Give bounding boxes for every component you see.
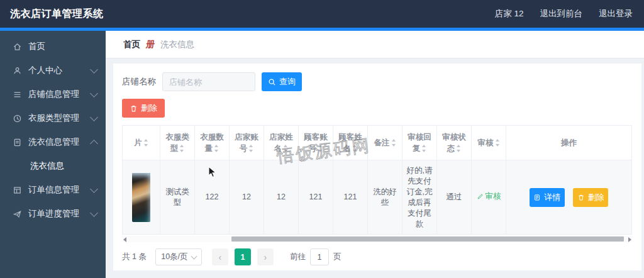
chevron-down-icon [90,185,98,193]
sidebar-item-label: 订单信息管理 [28,184,91,196]
audit-link[interactable]: 审核 [477,191,501,202]
row-delete-button[interactable]: 删除 [573,188,608,207]
top-header-bar: 洗衣店订单管理系统 店家 12 退出到前台 退出登录 [0,0,644,28]
column-header-shop-account[interactable]: 店家账号 [230,126,264,160]
scrollbar-thumb[interactable] [231,236,624,242]
content-card: 店铺名称 查询 删除 [113,64,641,270]
sort-icon[interactable] [318,145,323,152]
pagination: 共 1 条 10条/页 ‹ 1 › 前往 页 [122,248,633,265]
shop-name-input[interactable] [162,72,255,91]
sidebar-item-laundry-info[interactable]: 洗衣信息管理 [0,130,106,154]
chevron-down-icon [191,253,197,259]
page-unit-label: 页 [333,252,341,262]
sidebar-item-shop-info[interactable]: 店铺信息管理 [0,82,106,106]
detail-button[interactable]: 详情 [530,188,565,207]
sidebar-item-order-info[interactable]: 订单信息管理 [0,178,106,202]
cell-review-status: 通过 [437,160,472,235]
sidebar-item-label: 首页 [28,41,97,52]
back-to-front-link[interactable]: 退出到前台 [540,8,583,19]
detail-button-label: 详情 [544,192,560,203]
sort-icon[interactable] [214,145,219,152]
logout-link[interactable]: 退出登录 [599,8,633,19]
laundry-table: 片 衣服类型 衣服数量 店家账号 店家姓名 顾客账号 顾客姓名 备注 审核回复 … [122,125,632,235]
cell-actions: 详情 删除 [506,160,632,235]
pen-icon [477,193,484,200]
column-header-audit[interactable]: 审核 [472,126,506,160]
next-page-button[interactable]: › [257,248,274,265]
table-row: 测试类型 122 12 12 121 121 洗的好些 好的,请先支付订金,完成… [123,160,632,235]
column-header-clothes-type[interactable]: 衣服类型 [160,126,195,160]
clock-icon [13,114,22,123]
column-header-image[interactable]: 片 [123,126,160,160]
breadcrumb-current: 洗衣信息 [160,39,194,50]
clothes-image[interactable] [132,173,150,222]
current-user-label[interactable]: 店家 12 [495,8,524,19]
main-area: 首页 册 洗衣信息 店铺名称 查询 [106,31,644,278]
sidebar-subitem-laundry-info[interactable]: 洗衣信息 [0,154,106,178]
chevron-down-icon [90,113,98,121]
trash-icon [130,104,138,113]
sidebar: 首页 个人中心 店铺信息管理 衣服类型管理 洗 [0,31,106,278]
cell-review-reply: 好的,请先支付订金,完成后再支付尾款 [402,160,437,235]
user-icon [13,66,22,75]
column-header-review-status[interactable]: 审核状态 [437,126,472,160]
breadcrumb: 首页 册 洗衣信息 [106,31,644,58]
goto-page: 前往 页 [290,248,341,265]
sidebar-item-clothes-type[interactable]: 衣服类型管理 [0,106,106,130]
sort-icon[interactable] [143,139,148,147]
cell-shop-account: 12 [230,160,264,235]
cell-customer-name: 121 [333,160,368,235]
prev-page-button[interactable]: ‹ [212,248,228,265]
breadcrumb-home[interactable]: 首页 [123,39,140,50]
sidebar-item-home[interactable]: 首页 [0,35,106,58]
column-header-remark[interactable]: 备注 [368,126,402,160]
column-header-actions: 操作 [506,126,632,160]
chevron-up-icon [90,140,98,148]
sort-icon[interactable] [283,145,288,152]
sidebar-item-label: 衣服类型管理 [28,113,91,124]
cell-image [123,160,160,235]
trash-icon [577,194,585,201]
batch-delete-button[interactable]: 删除 [122,99,165,118]
cell-clothes-type: 测试类型 [160,160,195,235]
batch-delete-label: 删除 [141,103,157,114]
cell-customer-account: 121 [299,160,333,235]
scroll-left-arrow-icon[interactable] [123,237,126,242]
chevron-down-icon [90,89,98,97]
sort-icon[interactable] [421,145,426,152]
sidebar-item-order-progress[interactable]: 订单进度管理 [0,202,106,226]
cell-shop-name: 12 [264,160,299,235]
column-header-customer-account[interactable]: 顾客账号 [299,126,333,160]
sort-icon[interactable] [495,139,500,147]
search-field-label: 店铺名称 [122,76,156,87]
scroll-right-arrow-icon[interactable] [628,237,631,242]
row-delete-label: 删除 [588,192,604,203]
query-button-label: 查询 [279,76,296,87]
horizontal-scrollbar[interactable] [122,236,633,242]
query-button[interactable]: 查询 [262,72,302,91]
sidebar-subitem-label: 洗衣信息 [30,160,64,172]
total-count-label: 共 1 条 [122,252,147,262]
home-icon [13,42,22,52]
page-size-value: 10条/页 [161,252,187,262]
sort-icon[interactable] [248,145,253,152]
page-size-select[interactable]: 10条/页 [155,248,202,265]
column-header-clothes-count[interactable]: 衣服数量 [195,126,230,160]
sidebar-item-label: 店铺信息管理 [28,89,91,100]
goto-label: 前往 [290,252,306,262]
search-icon [268,78,276,86]
grid-icon [13,186,22,195]
sort-icon[interactable] [456,145,461,152]
column-header-review-reply[interactable]: 审核回复 [402,126,437,160]
sidebar-item-profile[interactable]: 个人中心 [0,58,106,82]
sort-icon[interactable] [352,145,357,152]
current-page-button[interactable]: 1 [235,248,251,265]
menu-icon [13,90,22,99]
column-header-customer-name[interactable]: 顾客姓名 [333,126,368,160]
goto-page-input[interactable] [310,248,329,265]
sort-icon[interactable] [179,145,184,152]
chevron-down-icon [90,209,98,217]
sort-icon[interactable] [391,139,396,147]
search-row: 店铺名称 查询 [122,72,633,91]
column-header-shop-name[interactable]: 店家姓名 [264,126,299,160]
